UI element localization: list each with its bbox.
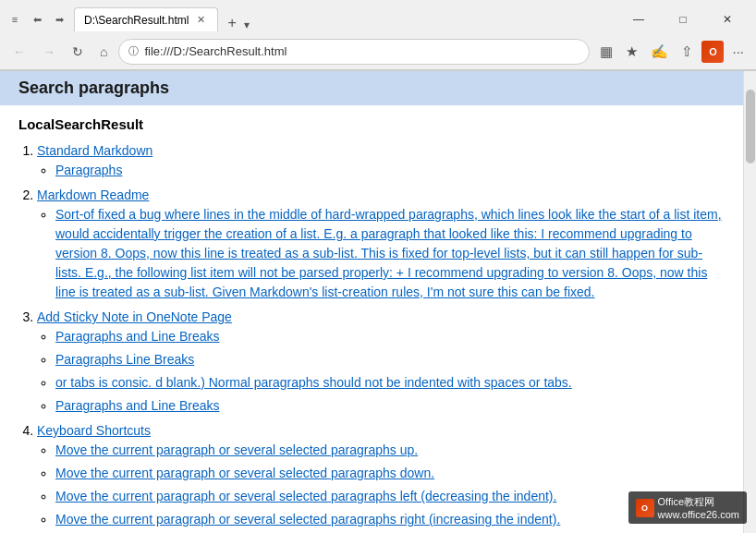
page-header: Search paragraphs	[0, 71, 743, 105]
result-link-1[interactable]: Standard Markdown	[37, 143, 152, 158]
favorites-btn[interactable]: ★	[621, 40, 642, 64]
new-tab-btn[interactable]: +	[222, 15, 241, 31]
reading-view-btn[interactable]: ▦	[595, 40, 617, 64]
tab-bar: D:\SearchResult.html ✕ + ▾	[74, 7, 617, 31]
main-content: Search paragraphs LocalSearchResult Stan…	[0, 71, 743, 533]
sub-link-4-2[interactable]: Move the current paragraph or several se…	[55, 466, 434, 480]
window-controls-left: ≡ ⬅ ➡	[7, 12, 67, 27]
toolbar-icons: ▦ ★ ✍ ⇧ O ···	[595, 40, 749, 64]
list-item: Sort-of fixed a bug where lines in the m…	[55, 205, 725, 302]
title-bar: ≡ ⬅ ➡ D:\SearchResult.html ✕ + ▾ — □ ✕	[0, 0, 756, 33]
forward-icon-sm[interactable]: ➡	[52, 12, 67, 27]
sub-list-4: Move the current paragraph or several se…	[55, 441, 725, 533]
office-icon[interactable]: O	[701, 41, 724, 63]
home-btn[interactable]: ⌂	[94, 41, 113, 63]
scrollbar[interactable]	[743, 71, 756, 533]
list-item: Keyboard Shortcuts Move the current para…	[37, 421, 725, 533]
active-tab[interactable]: D:\SearchResult.html ✕	[74, 7, 218, 31]
minimize-btn[interactable]: —	[617, 6, 660, 33]
list-item: Move the current paragraph or several se…	[55, 464, 725, 483]
sub-link-2-1[interactable]: Sort-of fixed a bug where lines in the m…	[55, 207, 722, 299]
sub-link-3-3[interactable]: or tabs is consic. d blank.) Normal para…	[55, 375, 572, 390]
list-item: Move the current paragraph or several se…	[55, 510, 725, 529]
window-controls-right: — □ ✕	[617, 6, 749, 33]
list-item: Standard Markdown Paragraphs	[37, 141, 725, 180]
result-link-4[interactable]: Keyboard Shortcuts	[37, 423, 151, 438]
tab-dropdown-btn[interactable]: ▾	[244, 18, 250, 31]
sub-link-3-4[interactable]: Paragraphs and Line Breaks	[55, 398, 219, 413]
tab-close-btn[interactable]: ✕	[194, 13, 208, 27]
address-text: file:///D:/SearchResult.html	[144, 44, 579, 58]
result-list: Standard Markdown Paragraphs Markdown Re…	[37, 141, 725, 533]
list-item: or tabs is consic. d blank.) Normal para…	[55, 373, 725, 393]
scroll-thumb[interactable]	[746, 90, 755, 164]
address-input-wrap[interactable]: ⓘ file:///D:/SearchResult.html	[118, 39, 590, 65]
list-item: Add Sticky Note in OneNote Page Paragrap…	[37, 308, 725, 416]
list-item: Markdown Readme Sort-of fixed a bug wher…	[37, 186, 725, 302]
result-link-2[interactable]: Markdown Readme	[37, 188, 149, 202]
close-btn[interactable]: ✕	[706, 6, 749, 33]
sub-link-3-2[interactable]: Paragraphs Line Breaks	[55, 352, 194, 367]
back-btn[interactable]: ←	[7, 41, 31, 63]
maximize-btn[interactable]: □	[662, 6, 704, 33]
watermark-office-icon: O	[636, 499, 654, 517]
sub-list-1: Paragraphs	[55, 161, 725, 180]
list-item: Move the current paragraph or several se…	[55, 487, 725, 506]
sub-list-3: Paragraphs and Line Breaks Paragraphs Li…	[55, 327, 725, 416]
watermark: O Office教程网 www.office26.com	[628, 491, 747, 524]
sub-list-2: Sort-of fixed a bug where lines in the m…	[55, 205, 725, 302]
more-btn[interactable]: ···	[727, 40, 749, 63]
sub-link-4-1[interactable]: Move the current paragraph or several se…	[55, 442, 418, 457]
forward-btn[interactable]: →	[37, 41, 61, 63]
list-item: Paragraphs and Line Breaks	[55, 327, 725, 346]
list-item: Paragraphs and Line Breaks	[55, 396, 725, 416]
page-content: Search paragraphs LocalSearchResult Stan…	[0, 71, 756, 533]
page-title: Search paragraphs	[18, 79, 725, 98]
tab-title: D:\SearchResult.html	[84, 14, 189, 27]
watermark-text: Office教程网 www.office26.com	[658, 495, 739, 520]
lock-icon: ⓘ	[128, 44, 139, 58]
browser-chrome: ≡ ⬅ ➡ D:\SearchResult.html ✕ + ▾ — □ ✕ ←…	[0, 0, 756, 71]
share-btn[interactable]: ⇧	[677, 40, 698, 64]
address-bar: ← → ↻ ⌂ ⓘ file:///D:/SearchResult.html ▦…	[0, 33, 756, 70]
result-link-3[interactable]: Add Sticky Note in OneNote Page	[37, 309, 232, 324]
refresh-btn[interactable]: ↻	[67, 41, 89, 63]
list-item: Paragraphs	[55, 161, 725, 180]
list-item: Paragraphs Line Breaks	[55, 350, 725, 369]
result-title: LocalSearchResult	[18, 116, 725, 132]
list-item: Move the current paragraph or several se…	[55, 441, 725, 460]
sub-link-4-4[interactable]: Move the current paragraph or several se…	[55, 512, 560, 527]
sub-link-1-1[interactable]: Paragraphs	[55, 163, 122, 177]
back-icon-sm[interactable]: ⬅	[30, 12, 44, 27]
system-menu-btn[interactable]: ≡	[7, 12, 22, 27]
sub-link-3-1[interactable]: Paragraphs and Line Breaks	[55, 329, 219, 344]
web-notes-btn[interactable]: ✍	[646, 40, 673, 64]
sub-link-4-3[interactable]: Move the current paragraph or several se…	[55, 489, 556, 503]
